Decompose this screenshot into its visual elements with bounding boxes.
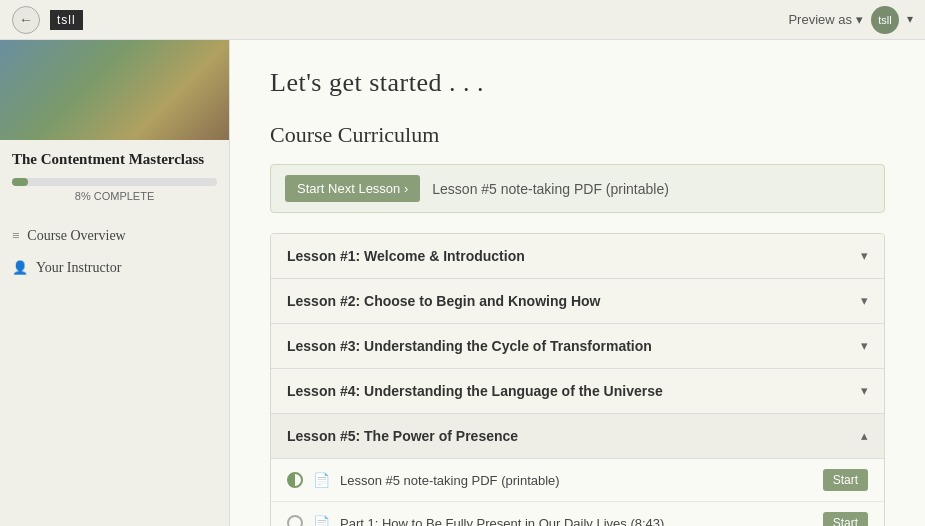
lesson-5-sub-items: 📄 Lesson #5 note-taking PDF (printable) …	[271, 459, 884, 526]
hero-image	[0, 40, 229, 140]
lesson-2-title: Lesson #2: Choose to Begin and Knowing H…	[287, 293, 600, 309]
start-next-banner: Start Next Lesson › Lesson #5 note-takin…	[270, 164, 885, 213]
start-next-lesson-button[interactable]: Start Next Lesson ›	[285, 175, 420, 202]
lesson-3-chevron: ▾	[861, 338, 868, 354]
lesson-row-5[interactable]: Lesson #5: The Power of Presence ▴	[271, 414, 884, 459]
start-next-lesson-text: Lesson #5 note-taking PDF (printable)	[432, 181, 669, 197]
sidebar-item-label: Your Instructor	[36, 260, 121, 276]
sub-item-1: 📄 Lesson #5 note-taking PDF (printable) …	[271, 459, 884, 502]
course-title: The Contentment Masterclass	[12, 150, 217, 170]
lesson-4-title: Lesson #4: Understanding the Language of…	[287, 383, 663, 399]
course-overview-icon: ≡	[12, 228, 19, 244]
sidebar-hero-image	[0, 40, 229, 140]
instructor-icon: 👤	[12, 260, 28, 276]
sub-item-1-text: Lesson #5 note-taking PDF (printable)	[340, 473, 813, 488]
progress-label: 8% COMPLETE	[12, 190, 217, 202]
back-icon: ←	[19, 12, 33, 28]
preview-as-button[interactable]: Preview as ▾	[788, 12, 863, 27]
progress-bar-fill	[12, 178, 28, 186]
sidebar-course-info: The Contentment Masterclass 8% COMPLETE	[0, 140, 229, 210]
lesson-3-title: Lesson #3: Understanding the Cycle of Tr…	[287, 338, 652, 354]
page-title: Let's get started . . .	[270, 68, 885, 98]
lesson-1-title: Lesson #1: Welcome & Introduction	[287, 248, 525, 264]
preview-as-label: Preview as	[788, 12, 852, 27]
logo: tsll	[50, 10, 83, 30]
sub-item-2-text: Part 1: How to Be Fully Present in Our D…	[340, 516, 813, 527]
sub-item-2-doc-icon: 📄	[313, 515, 330, 527]
main-layout: The Contentment Masterclass 8% COMPLETE …	[0, 40, 925, 526]
lesson-row-2[interactable]: Lesson #2: Choose to Begin and Knowing H…	[271, 279, 884, 324]
sidebar-item-label: Course Overview	[27, 228, 125, 244]
lesson-row-4[interactable]: Lesson #4: Understanding the Language of…	[271, 369, 884, 414]
top-nav: ← tsll Preview as ▾ tsll ▾	[0, 0, 925, 40]
lesson-row-1[interactable]: Lesson #1: Welcome & Introduction ▾	[271, 234, 884, 279]
sub-item-1-start-button[interactable]: Start	[823, 469, 868, 491]
avatar-dropdown-icon[interactable]: ▾	[907, 12, 913, 27]
sub-item-2-start-button[interactable]: Start	[823, 512, 868, 526]
sub-item-2-circle	[287, 515, 303, 526]
nav-right: Preview as ▾ tsll ▾	[788, 6, 913, 34]
content-area: Let's get started . . . Course Curriculu…	[230, 40, 925, 526]
sub-item-1-circle	[287, 472, 303, 488]
sidebar-item-instructor[interactable]: 👤 Your Instructor	[4, 252, 225, 284]
back-button[interactable]: ←	[12, 6, 40, 34]
preview-dropdown-icon: ▾	[856, 12, 863, 27]
avatar[interactable]: tsll	[871, 6, 899, 34]
sidebar-nav: ≡ Course Overview 👤 Your Instructor	[0, 220, 229, 284]
sub-item-2: 📄 Part 1: How to Be Fully Present in Our…	[271, 502, 884, 526]
sidebar: The Contentment Masterclass 8% COMPLETE …	[0, 40, 230, 526]
section-title: Course Curriculum	[270, 122, 885, 148]
lesson-5-title: Lesson #5: The Power of Presence	[287, 428, 518, 444]
lesson-4-chevron: ▾	[861, 383, 868, 399]
lesson-2-chevron: ▾	[861, 293, 868, 309]
sidebar-item-course-overview[interactable]: ≡ Course Overview	[4, 220, 225, 252]
progress-bar-container	[12, 178, 217, 186]
sub-item-1-doc-icon: 📄	[313, 472, 330, 489]
lesson-list: Lesson #1: Welcome & Introduction ▾ Less…	[270, 233, 885, 526]
lesson-row-3[interactable]: Lesson #3: Understanding the Cycle of Tr…	[271, 324, 884, 369]
lesson-1-chevron: ▾	[861, 248, 868, 264]
nav-left: ← tsll	[12, 6, 83, 34]
lesson-5-chevron: ▴	[861, 428, 868, 444]
